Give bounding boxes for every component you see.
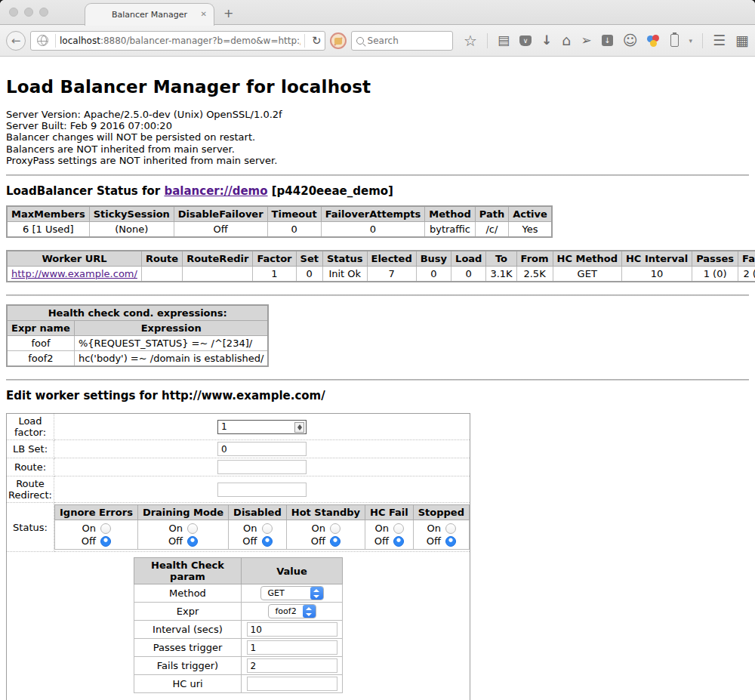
bookmark-star-icon[interactable]: ☆ (464, 33, 477, 48)
val-disablefailover: Off (174, 222, 267, 238)
color-dots-extension-icon[interactable] (647, 35, 661, 47)
expr-select[interactable]: foof2 (268, 604, 316, 618)
send-icon[interactable]: ➢ (581, 34, 591, 47)
fails-label: Fails trigger) (134, 657, 242, 675)
menu-hamburger-icon[interactable]: ☰ (713, 33, 726, 48)
form-row-route: Route: (7, 458, 470, 476)
hc-row-fails: Fails trigger) (134, 657, 343, 675)
search-input[interactable] (368, 35, 443, 46)
fails-input[interactable] (247, 658, 337, 673)
new-tab-button[interactable]: + (223, 6, 233, 20)
on-label: On (311, 523, 325, 534)
val-from: 2.5K (516, 267, 553, 282)
route-input[interactable] (217, 460, 307, 474)
close-window-button[interactable] (9, 8, 18, 17)
val-load: 0 (451, 267, 486, 282)
table-title-row: Health check cond. expressions: (7, 305, 268, 321)
val-maxmembers: 6 [1 Used] (7, 222, 89, 238)
method-select[interactable]: GET (260, 586, 324, 600)
hc-fail-on-radio[interactable] (393, 523, 404, 534)
expr-label: Expr (134, 603, 242, 621)
back-button[interactable]: ← (6, 31, 26, 51)
off-label: Off (82, 535, 96, 547)
zoom-window-button[interactable] (39, 8, 48, 17)
ignore-errors-off-radio[interactable] (100, 536, 111, 547)
expr-name: foof2 (7, 351, 74, 367)
search-bar[interactable] (351, 31, 454, 51)
stopped-on-radio[interactable] (445, 523, 456, 534)
col-fails: Fails (738, 251, 755, 267)
method-selected-value: GET (268, 588, 310, 598)
disabled-on-radio[interactable] (262, 523, 273, 534)
interval-input[interactable] (247, 622, 337, 637)
downloads-icon[interactable]: ↓ (541, 34, 552, 47)
divider (702, 33, 703, 48)
col-timeout: Timeout (267, 206, 321, 222)
ignore-errors-on-radio[interactable] (100, 523, 111, 534)
passes-input[interactable] (247, 640, 337, 655)
number-spinner-icon[interactable] (294, 422, 304, 433)
close-icon[interactable]: ✕ (201, 10, 207, 18)
hot-standby-off-radio[interactable] (330, 536, 341, 547)
balancer-demo-link[interactable]: balancer://demo (164, 184, 267, 198)
val-route (141, 267, 182, 282)
disabled-off-radio[interactable] (262, 536, 273, 547)
val-path: /c/ (475, 222, 508, 238)
url-text: localhost:8880/balancer-manager?b=demo&w… (60, 35, 300, 46)
url-bar[interactable]: localhost:8880/balancer-manager?b=demo&w… (30, 31, 325, 51)
reload-icon[interactable]: ↻ (312, 34, 322, 48)
val-to: 3.1K (486, 267, 516, 282)
worker-url-link[interactable]: http://www.example.com/ (11, 268, 137, 279)
route-label: Route: (7, 458, 54, 476)
draining-mode-on-radio[interactable] (187, 523, 198, 534)
val-hc-method: GET (553, 267, 621, 282)
health-check-table: Health Check param Value Method GET (134, 557, 343, 693)
pocket-chevron: ∨ (523, 37, 528, 45)
info-inherit: Balancers are NOT inherited from main se… (6, 143, 749, 155)
col-disablefailover: DisableFailover (174, 206, 267, 222)
info-persist: Balancer changes will NOT be persisted o… (6, 131, 749, 143)
expressions-table: Health check cond. expressions: Expr nam… (6, 304, 269, 367)
reading-list-icon[interactable]: ▤ (498, 34, 510, 47)
chevron-down-icon[interactable]: ▾ (689, 37, 692, 45)
col-hc-param: Health Check param (134, 558, 242, 584)
page-title: Load Balancer Manager for localhost (6, 57, 749, 97)
col-hot-standby: Hot Standby (286, 505, 365, 520)
browser-tab[interactable]: Balancer Manager ✕ (85, 3, 214, 26)
on-label: On (168, 523, 183, 534)
hc-row-hc-uri: HC uri (134, 675, 343, 693)
tab-groups-icon[interactable]: ▦ (735, 33, 749, 48)
feedback-smiley-icon[interactable]: ☺ (623, 33, 638, 48)
table-header-row: Health Check param Value (134, 558, 343, 584)
battery-extension-icon[interactable] (670, 34, 679, 47)
col-elected: Elected (367, 251, 416, 267)
col-hc-interval: HC Interval (621, 251, 692, 267)
content-blocker-icon[interactable] (330, 32, 347, 49)
hc-uri-input[interactable] (247, 677, 337, 691)
stopped-off-radio[interactable] (445, 536, 456, 547)
load-factor-input[interactable] (217, 420, 307, 434)
on-label: On (82, 523, 96, 534)
hot-standby-on-radio[interactable] (330, 523, 341, 534)
col-routeredir: RouteRedir (183, 251, 253, 267)
col-stopped: Stopped (413, 505, 469, 520)
col-status: Status (322, 251, 367, 267)
lb-set-label: LB Set: (7, 440, 54, 458)
hc-fail-off-radio[interactable] (393, 536, 404, 547)
method-label: Method (134, 584, 242, 603)
route-redirect-input[interactable] (217, 483, 307, 497)
home-icon[interactable]: ⌂ (562, 33, 571, 48)
extension-download-icon[interactable]: ↓ (602, 35, 613, 46)
url-domain: localhost (60, 35, 100, 46)
tab-bar: Balancer Manager ✕ + (0, 0, 755, 25)
table-header-row: MaxMembers StickySession DisableFailover… (7, 206, 552, 222)
col-from: From (516, 251, 553, 267)
minimize-window-button[interactable] (24, 8, 33, 17)
val-failoverattempts: 0 (321, 222, 425, 238)
lb-set-input[interactable] (217, 442, 307, 456)
pocket-icon[interactable]: ∨ (519, 35, 532, 46)
expr-value: %{REQUEST_STATUS} =~ /^[234]/ (74, 336, 268, 351)
draining-mode-off-radio[interactable] (187, 536, 198, 547)
form-row-route-redirect: Route Redirect: (7, 476, 470, 503)
select-arrows-icon (303, 605, 316, 618)
